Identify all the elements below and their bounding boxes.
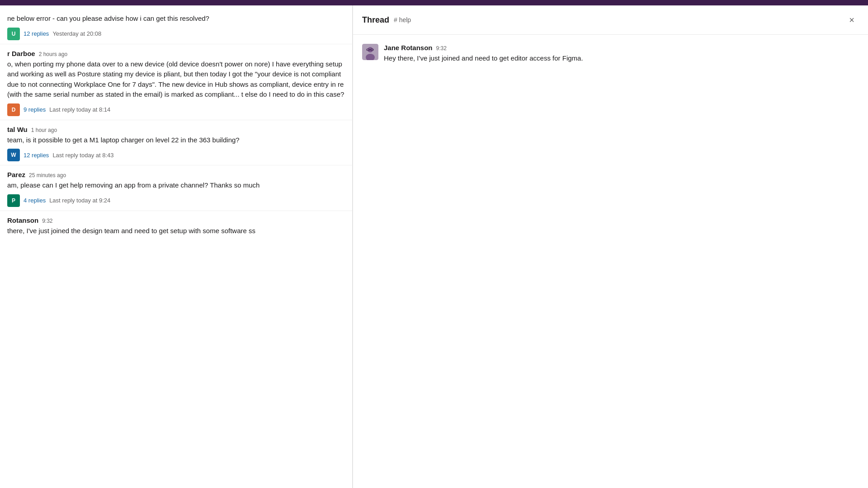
thread-message-text: Hey there, I've just joined and need to … xyxy=(384,53,859,64)
thread-header: Thread # help × xyxy=(353,5,868,35)
reply-time: Last reply today at 8:14 xyxy=(49,106,110,113)
author-name: Rotanson xyxy=(7,216,38,224)
message-timestamp: 1 hour ago xyxy=(31,127,57,133)
message-text: am, please can I get help removing an ap… xyxy=(7,180,345,191)
top-bar xyxy=(0,0,868,5)
thread-title: Thread xyxy=(362,15,389,25)
author-header: Rotanson 9:32 xyxy=(7,216,345,224)
message-text: there, I've just joined the design team … xyxy=(7,226,345,236)
list-item: Rotanson 9:32 there, I've just joined th… xyxy=(0,213,352,244)
list-item: ne below error - can you please advise h… xyxy=(0,10,352,44)
message-timestamp: 2 hours ago xyxy=(39,51,67,57)
reply-count[interactable]: 9 replies xyxy=(24,106,46,113)
reply-time: Last reply today at 8:43 xyxy=(52,152,113,159)
reply-time: Last reply today at 9:24 xyxy=(49,197,110,204)
thread-message-body: Jane Rotanson 9:32 Hey there, I've just … xyxy=(384,44,859,64)
list-item: Parez 25 minutes ago am, please can I ge… xyxy=(0,167,352,211)
thread-message: Jane Rotanson 9:32 Hey there, I've just … xyxy=(362,44,859,64)
author-header: r Darboe 2 hours ago xyxy=(7,50,345,57)
main-layout: ne below error - can you please advise h… xyxy=(0,5,868,488)
message-timestamp: 25 minutes ago xyxy=(29,172,66,178)
thread-author-name: Jane Rotanson xyxy=(384,44,433,52)
avatar: U xyxy=(7,28,20,40)
close-button[interactable]: × xyxy=(844,13,859,27)
reply-time: Yesterday at 20:08 xyxy=(52,30,101,37)
reply-count[interactable]: 12 replies xyxy=(24,30,49,37)
list-item: r Darboe 2 hours ago o, when porting my … xyxy=(0,46,352,120)
author-name: tal Wu xyxy=(7,126,28,133)
avatar: W xyxy=(7,149,20,161)
message-text: team, is it possible to get a M1 laptop … xyxy=(7,135,345,145)
thread-title-group: Thread # help xyxy=(362,15,411,25)
list-item: tal Wu 1 hour ago team, is it possible t… xyxy=(0,122,352,166)
author-name: r Darboe xyxy=(7,50,35,57)
author-header: tal Wu 1 hour ago xyxy=(7,126,345,133)
thread-panel: Thread # help × xyxy=(353,5,868,488)
message-timestamp: 9:32 xyxy=(42,218,52,224)
message-meta: P 4 replies Last reply today at 9:24 xyxy=(7,194,345,207)
message-text: ne below error - can you please advise h… xyxy=(7,14,345,24)
message-list-panel: ne below error - can you please advise h… xyxy=(0,5,353,488)
thread-message-header: Jane Rotanson 9:32 xyxy=(384,44,859,52)
message-meta: W 12 replies Last reply today at 8:43 xyxy=(7,149,345,161)
thread-content: Jane Rotanson 9:32 Hey there, I've just … xyxy=(353,35,868,488)
message-meta: U 12 replies Yesterday at 20:08 xyxy=(7,28,345,40)
message-text: o, when porting my phone data over to a … xyxy=(7,59,345,100)
author-name: Parez xyxy=(7,171,25,178)
thread-channel: # help xyxy=(394,16,411,23)
reply-count[interactable]: 4 replies xyxy=(24,197,46,204)
message-meta: D 9 replies Last reply today at 8:14 xyxy=(7,103,345,116)
avatar: P xyxy=(7,194,20,207)
avatar: D xyxy=(7,103,20,116)
reply-count[interactable]: 12 replies xyxy=(24,152,49,159)
avatar xyxy=(362,44,378,60)
thread-timestamp: 9:32 xyxy=(436,45,447,52)
author-header: Parez 25 minutes ago xyxy=(7,171,345,178)
